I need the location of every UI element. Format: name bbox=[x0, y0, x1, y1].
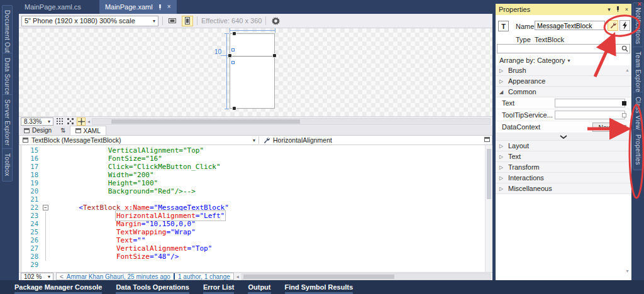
breakpoint-margin[interactable] bbox=[19, 145, 22, 272]
category-appearance[interactable]: ▷Appearance bbox=[496, 76, 631, 87]
property-category-list: ▷Brush▷Appearance◢CommonTextToolTipServi… bbox=[496, 65, 631, 194]
code-line[interactable]: 29 bbox=[22, 261, 492, 269]
code-line[interactable]: 28 FontSize="48"/> bbox=[22, 253, 492, 261]
code-line[interactable]: 25 TextWrapping="Wrap" bbox=[22, 228, 492, 236]
code-line[interactable]: 26 Text="" bbox=[22, 236, 492, 244]
panel-tab-output[interactable]: Output bbox=[248, 280, 270, 294]
scroll-down-icon[interactable]: ▼ bbox=[625, 269, 630, 273]
expand-more-properties[interactable] bbox=[496, 133, 631, 141]
editor-zoom-selector[interactable]: 102 % ▾ bbox=[21, 273, 53, 281]
category-text[interactable]: ▷Text bbox=[496, 151, 631, 162]
element-breadcrumb[interactable]: TextBlock (MessageTextBlock) ▾ bbox=[19, 136, 258, 144]
scroll-left-icon[interactable]: ◂ bbox=[87, 119, 90, 124]
resize-handle-right[interactable] bbox=[272, 53, 277, 58]
close-icon[interactable]: × bbox=[167, 4, 171, 10]
window-position-icon[interactable]: ▾ bbox=[608, 7, 611, 13]
sidebar-tab-class-view[interactable]: Class View bbox=[633, 92, 643, 134]
code-line[interactable]: 18 Width="200" bbox=[22, 171, 492, 179]
chevron-down-icon: ▾ bbox=[253, 138, 255, 143]
snap-to-grid-button[interactable] bbox=[66, 117, 75, 126]
tab-design[interactable]: Design bbox=[19, 126, 57, 135]
code-line[interactable]: 24 Margin="10,150,0,0" bbox=[22, 220, 492, 228]
code-line[interactable]: 16 FontSize="16" bbox=[22, 155, 492, 163]
code-line[interactable]: 17 Click="ClickMeButton_Click" bbox=[22, 163, 492, 171]
search-icon[interactable] bbox=[621, 45, 628, 52]
properties-view-button[interactable] bbox=[608, 20, 618, 31]
scrollbar-thumb[interactable] bbox=[243, 275, 394, 279]
code-line[interactable]: 15 VerticalAlignment="Top" bbox=[22, 146, 492, 155]
swap-panes-button[interactable]: ⇅ bbox=[57, 126, 69, 135]
phone-artboard[interactable] bbox=[230, 33, 275, 109]
scroll-left-icon[interactable]: ◂ bbox=[236, 274, 239, 280]
sidebar-tab-toolbox[interactable]: Toolbox bbox=[2, 148, 13, 182]
panel-tab-data-tools-operations[interactable]: Data Tools Operations bbox=[116, 280, 189, 294]
panel-tab-package-manager-console[interactable]: Package Manager Console bbox=[14, 280, 102, 294]
device-selector[interactable]: 5" Phone (1920 x 1080) 300% scale ▾ bbox=[21, 16, 158, 26]
property-marker[interactable] bbox=[622, 101, 626, 106]
property-marker[interactable] bbox=[622, 125, 626, 129]
orientation-landscape-button[interactable] bbox=[167, 16, 178, 26]
xaml-code-editor[interactable]: 15 VerticalAlignment="Top"16 FontSize="1… bbox=[19, 145, 492, 272]
close-icon[interactable]: × bbox=[625, 7, 628, 13]
code-line[interactable]: 22− <TextBlock x:Name="MessageTextBlock" bbox=[22, 204, 492, 212]
fold-collapse-icon[interactable]: − bbox=[43, 205, 48, 210]
arrange-by-selector[interactable]: Arrange by: Category ▾ bbox=[499, 57, 570, 64]
chevron-left-icon[interactable]: < bbox=[60, 273, 64, 280]
designer-settings-button[interactable] bbox=[270, 16, 281, 26]
pin-icon[interactable] bbox=[157, 4, 163, 11]
category-layout[interactable]: ▷Layout bbox=[496, 141, 631, 151]
properties-title-bar[interactable]: Properties ▾ × bbox=[496, 4, 631, 15]
scrollbar-thumb[interactable] bbox=[111, 119, 300, 124]
resize-handle-bottom[interactable] bbox=[232, 106, 236, 111]
code-line[interactable]: 21 bbox=[22, 195, 492, 204]
sidebar-tab-notifications[interactable]: Notifications bbox=[633, 3, 643, 49]
property-breadcrumb[interactable]: HorizontalAlignment bbox=[258, 136, 492, 144]
tab-mainpage-xaml-cs[interactable]: MainPage.xaml.cs bbox=[19, 0, 87, 14]
property-marker[interactable] bbox=[622, 113, 626, 117]
show-grid-button[interactable] bbox=[55, 117, 64, 126]
textblock-selection-outline[interactable] bbox=[230, 56, 274, 57]
tab-xaml[interactable]: XAML bbox=[70, 126, 106, 135]
code-line[interactable]: 19 Height="100" bbox=[22, 179, 492, 187]
search-input[interactable] bbox=[497, 45, 621, 53]
split-editor-icon[interactable] bbox=[484, 137, 490, 142]
codelens-history-indicator[interactable]: < Ammar Khan Ghauri, 25 minutes ago 1 au… bbox=[56, 273, 234, 280]
panel-tab-error-list[interactable]: Error List bbox=[203, 280, 235, 294]
editor-vertical-scrollbar[interactable] bbox=[485, 145, 492, 272]
anchor-adorner[interactable] bbox=[231, 48, 235, 52]
designer-horizontal-scrollbar[interactable] bbox=[92, 118, 491, 125]
category-brush[interactable]: ▷Brush bbox=[496, 65, 631, 76]
category-common[interactable]: ◢Common bbox=[496, 87, 631, 97]
code-line[interactable]: 20 Background="Red"/>--> bbox=[22, 187, 492, 195]
new-button[interactable]: New bbox=[592, 122, 618, 132]
property-value-input[interactable] bbox=[555, 99, 625, 107]
fold-margin bbox=[42, 171, 50, 179]
anchor-adorner[interactable] bbox=[231, 61, 235, 64]
sidebar-tab-server-explorer[interactable]: Server Explorer bbox=[2, 94, 13, 151]
tab-mainpage-xaml[interactable]: MainPage.xaml × bbox=[99, 0, 177, 14]
code-text: Width="200" bbox=[50, 171, 154, 179]
scroll-up-icon[interactable]: ▲ bbox=[625, 68, 630, 72]
event-handlers-button[interactable] bbox=[619, 20, 630, 31]
snap-to-snaplines-button[interactable] bbox=[77, 117, 86, 126]
pin-icon[interactable] bbox=[615, 6, 621, 14]
code-line[interactable]: 27 VerticalAlignment="Top" bbox=[22, 244, 492, 253]
panel-tab-find-symbol-results[interactable]: Find Symbol Results bbox=[285, 280, 353, 294]
window-close-icon[interactable]: × bbox=[638, 1, 641, 8]
zoom-selector[interactable]: 8.33% ▾ bbox=[21, 117, 53, 126]
category-interactions[interactable]: ▷Interactions bbox=[496, 173, 631, 183]
property-search-box[interactable] bbox=[497, 44, 630, 53]
design-surface[interactable]: 10 bbox=[19, 28, 492, 116]
scrollbar-thumb[interactable] bbox=[487, 149, 491, 199]
resize-handle-top[interactable] bbox=[232, 31, 236, 36]
property-value-input[interactable] bbox=[555, 111, 625, 119]
code-line[interactable]: 23 HorizontalAlignment="Left" bbox=[22, 212, 492, 220]
category-transform[interactable]: ▷Transform bbox=[496, 162, 631, 173]
editor-horizontal-scrollbar[interactable] bbox=[242, 273, 491, 280]
fold-margin bbox=[42, 253, 50, 261]
name-input[interactable] bbox=[535, 21, 605, 30]
resize-handle-left[interactable] bbox=[228, 53, 232, 58]
category-miscellaneous[interactable]: ▷Miscellaneous bbox=[496, 183, 631, 194]
orientation-portrait-button[interactable] bbox=[182, 16, 193, 26]
sidebar-tab-properties[interactable]: Properties bbox=[633, 129, 643, 170]
